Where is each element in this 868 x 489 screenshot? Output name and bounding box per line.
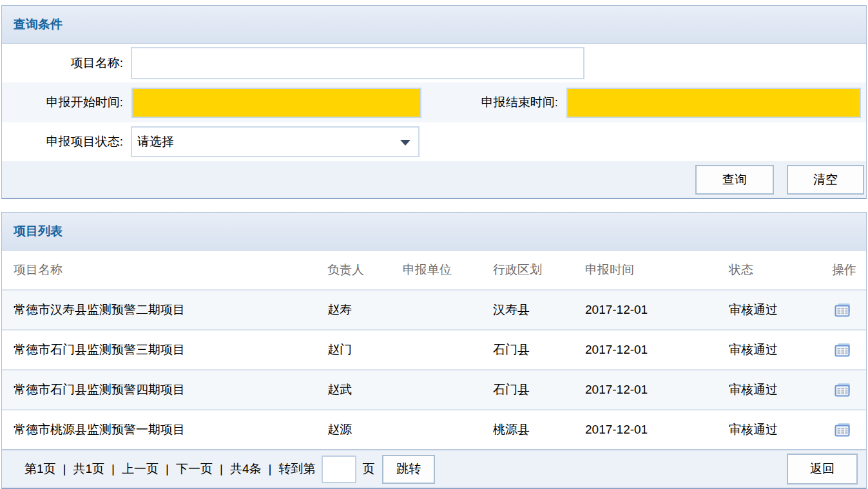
goto-page-input[interactable] — [322, 455, 356, 483]
project-name-label: 项目名称: — [2, 55, 123, 72]
pager-separator: | — [63, 462, 66, 476]
col-header-district: 行政区划 — [493, 262, 585, 278]
cell-leader: 赵源 — [327, 421, 403, 438]
cell-date: 2017-12-01 — [585, 383, 729, 397]
table-row: 常德市汉寿县监测预警二期项目 赵寿 汉寿县 2017-12-01 审核通过 — [2, 289, 866, 329]
search-button[interactable]: 查询 — [695, 165, 774, 195]
project-status-label: 申报项目状态: — [2, 133, 123, 150]
project-name-row: 项目名称: — [2, 44, 866, 82]
col-header-name: 项目名称 — [14, 262, 327, 278]
project-status-row: 申报项目状态: 请选择 — [2, 122, 866, 161]
table-row: 常德市石门县监测预警三期项目 赵门 石门县 2017-12-01 审核通过 — [2, 329, 866, 369]
col-header-leader: 负责人 — [327, 262, 403, 278]
cell-leader: 赵武 — [327, 381, 403, 398]
pager-separator: | — [268, 462, 271, 476]
pagination-bar: 第1页 | 共1页 | 上一页 | 下一页 | 共4条 | 转到第 页 跳转 返… — [2, 449, 866, 488]
goto-page-suffix-label: 页 — [362, 461, 374, 477]
cell-status: 审核通过 — [729, 421, 832, 438]
cell-district: 桃源县 — [493, 421, 585, 438]
project-name-input[interactable] — [131, 47, 584, 79]
list-panel-title: 项目列表 — [14, 223, 63, 240]
table-row: 常德市石门县监测预警四期项目 赵武 石门县 2017-12-01 审核通过 — [2, 369, 866, 409]
cell-status: 审核通过 — [729, 341, 832, 358]
cell-district: 石门县 — [493, 341, 585, 358]
table-detail-icon[interactable] — [834, 303, 866, 317]
goto-page-prefix-label: 转到第 — [278, 461, 315, 477]
jump-button[interactable]: 跳转 — [382, 455, 435, 484]
project-status-select[interactable]: 请选择 — [131, 126, 420, 157]
query-panel-header: 查询条件 — [2, 6, 866, 44]
table-detail-icon[interactable] — [834, 383, 866, 397]
cell-leader: 赵门 — [327, 341, 403, 358]
table-detail-icon[interactable] — [834, 343, 866, 357]
cell-project-name: 常德市石门县监测预警四期项目 — [14, 381, 327, 398]
total-pages-label: 共1页 — [73, 461, 105, 477]
cell-date: 2017-12-01 — [585, 343, 729, 357]
report-start-time-input[interactable] — [131, 88, 421, 118]
cell-status: 审核通过 — [729, 381, 832, 398]
cell-date: 2017-12-01 — [585, 303, 729, 317]
col-header-operation: 操作 — [832, 262, 866, 278]
col-header-status: 状态 — [729, 262, 832, 278]
project-list-panel: 项目列表 项目名称 负责人 申报单位 行政区划 申报时间 状态 操作 常德市汉寿… — [1, 212, 867, 489]
cell-status: 审核通过 — [729, 302, 832, 318]
table-header-row: 项目名称 负责人 申报单位 行政区划 申报时间 状态 操作 — [2, 251, 866, 289]
pager-separator: | — [220, 462, 223, 476]
col-header-date: 申报时间 — [585, 262, 729, 278]
clear-button[interactable]: 清空 — [787, 165, 864, 195]
report-end-time-input[interactable] — [566, 88, 861, 118]
cell-district: 石门县 — [493, 381, 585, 398]
table-row: 常德市桃源县监测预警一期项目 赵源 桃源县 2017-12-01 审核通过 — [2, 409, 866, 449]
back-button[interactable]: 返回 — [787, 454, 858, 484]
report-end-time-label: 申报结束时间: — [421, 94, 558, 111]
chevron-down-icon — [400, 140, 410, 146]
col-header-unit: 申报单位 — [403, 262, 493, 278]
cell-district: 汉寿县 — [493, 302, 585, 318]
table-detail-icon[interactable] — [834, 423, 866, 437]
next-page-link[interactable]: 下一页 — [176, 461, 213, 477]
report-time-row: 申报开始时间: 申报结束时间: — [2, 82, 866, 122]
report-start-time-label: 申报开始时间: — [2, 94, 123, 111]
cell-leader: 赵寿 — [327, 302, 403, 318]
query-conditions-panel: 查询条件 项目名称: 申报开始时间: 申报结束时间: 申报项目状态: 请选择 查… — [1, 5, 867, 199]
list-panel-header: 项目列表 — [2, 213, 866, 251]
project-status-selected-value: 请选择 — [137, 133, 174, 150]
cell-project-name: 常德市汉寿县监测预警二期项目 — [14, 302, 327, 318]
query-actions-row: 查询 清空 — [2, 161, 866, 198]
pager-separator: | — [111, 462, 115, 476]
pager-separator: | — [166, 462, 169, 476]
cell-date: 2017-12-01 — [585, 423, 729, 437]
total-items-label: 共4条 — [230, 461, 262, 477]
current-page-label: 第1页 — [24, 461, 56, 477]
prev-page-link[interactable]: 上一页 — [122, 461, 159, 477]
cell-project-name: 常德市桃源县监测预警一期项目 — [14, 421, 327, 438]
cell-project-name: 常德市石门县监测预警三期项目 — [14, 341, 327, 358]
query-panel-title: 查询条件 — [14, 16, 63, 33]
